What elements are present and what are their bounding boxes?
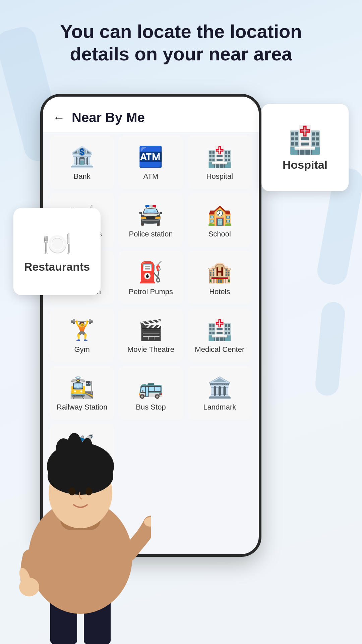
cinema-icon: 🎬	[138, 318, 163, 342]
petrol-icon: ⛽	[138, 260, 163, 284]
atm-icon: 🏧	[138, 145, 163, 169]
grid-item-cinema[interactable]: 🎬Movie Theatre	[118, 308, 183, 362]
restaurants-popup-card[interactable]: 🍽️ Restaurants	[13, 208, 101, 295]
grid-item-school[interactable]: 🏫School	[187, 193, 252, 247]
bank-label: Bank	[74, 172, 90, 181]
gym-icon: 🏋️	[69, 318, 95, 342]
hospital-icon: 🏥	[207, 145, 232, 169]
svg-point-10	[69, 487, 75, 495]
headline-line2: details on your near area	[70, 43, 292, 64]
grid-item-gym[interactable]: 🏋️Gym	[50, 308, 114, 362]
headline: You can locate the location details on y…	[0, 20, 362, 65]
grid-item-hotels[interactable]: 🏨Hotels	[187, 251, 252, 304]
school-icon: 🏫	[207, 203, 232, 226]
grid-item-hospital[interactable]: 🏥Hospital	[187, 135, 252, 189]
grid-item-atm[interactable]: 🏧ATM	[118, 135, 183, 189]
person-figure-area	[0, 382, 161, 644]
app-header: ← Near By Me	[43, 97, 259, 132]
restaurants-icon: 🍽️	[43, 230, 72, 258]
medical-icon: 🏥	[207, 318, 232, 342]
gym-label: Gym	[74, 345, 89, 354]
police-icon: 🚔	[138, 203, 163, 226]
grid-item-landmark[interactable]: 🏛️Landmark	[187, 366, 252, 420]
grid-item-police[interactable]: 🚔Police station	[118, 193, 183, 247]
medical-label: Medical Center	[195, 345, 244, 354]
bank-icon: 🏦	[69, 145, 95, 169]
landmark-icon: 🏛️	[207, 376, 232, 399]
grid-item-bank[interactable]: 🏦Bank	[50, 135, 114, 189]
hospital-icon: 🏥	[288, 124, 322, 156]
grid-item-petrol[interactable]: ⛽Petrol Pumps	[118, 251, 183, 304]
hotels-icon: 🏨	[207, 260, 232, 284]
hospital-label: Hospital	[283, 158, 327, 171]
hospital-popup-card[interactable]: 🏥 Hospital	[261, 104, 349, 191]
back-button[interactable]: ←	[53, 111, 65, 125]
app-title: Near By Me	[72, 110, 145, 125]
atm-label: ATM	[143, 172, 159, 181]
hotels-label: Hotels	[209, 287, 230, 296]
headline-line1: You can locate the location	[60, 21, 302, 42]
person-svg	[10, 389, 151, 644]
petrol-label: Petrol Pumps	[129, 287, 173, 296]
landmark-label: Landmark	[203, 403, 236, 412]
bg-decoration-3	[314, 301, 346, 396]
svg-point-11	[85, 487, 92, 495]
police-label: Police station	[129, 230, 173, 238]
restaurants-label: Restaurants	[24, 260, 90, 273]
grid-item-medical[interactable]: 🏥Medical Center	[187, 308, 252, 362]
cinema-label: Movie Theatre	[127, 345, 174, 354]
school-label: School	[208, 230, 231, 238]
hospital-label: Hospital	[206, 172, 233, 181]
